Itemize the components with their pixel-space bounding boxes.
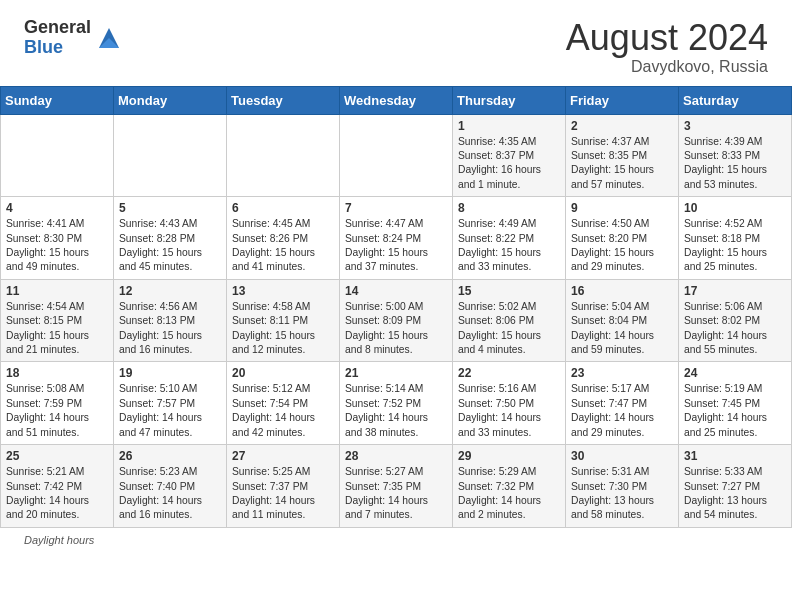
day-number: 26 xyxy=(119,449,221,463)
day-number: 25 xyxy=(6,449,108,463)
calendar-cell: 9Sunrise: 4:50 AM Sunset: 8:20 PM Daylig… xyxy=(566,197,679,280)
day-number: 4 xyxy=(6,201,108,215)
day-number: 27 xyxy=(232,449,334,463)
title-block: August 2024 Davydkovo, Russia xyxy=(566,18,768,76)
day-info: Sunrise: 5:29 AM Sunset: 7:32 PM Dayligh… xyxy=(458,465,560,523)
weekday-header: Wednesday xyxy=(340,86,453,114)
day-info: Sunrise: 4:56 AM Sunset: 8:13 PM Dayligh… xyxy=(119,300,221,358)
day-info: Sunrise: 5:21 AM Sunset: 7:42 PM Dayligh… xyxy=(6,465,108,523)
calendar-cell: 2Sunrise: 4:37 AM Sunset: 8:35 PM Daylig… xyxy=(566,114,679,197)
day-number: 30 xyxy=(571,449,673,463)
day-info: Sunrise: 4:39 AM Sunset: 8:33 PM Dayligh… xyxy=(684,135,786,193)
calendar-week-row: 4Sunrise: 4:41 AM Sunset: 8:30 PM Daylig… xyxy=(1,197,792,280)
day-number: 15 xyxy=(458,284,560,298)
day-info: Sunrise: 4:52 AM Sunset: 8:18 PM Dayligh… xyxy=(684,217,786,275)
weekday-header: Monday xyxy=(114,86,227,114)
calendar-cell: 27Sunrise: 5:25 AM Sunset: 7:37 PM Dayli… xyxy=(227,445,340,528)
weekday-header: Saturday xyxy=(679,86,792,114)
calendar-week-row: 1Sunrise: 4:35 AM Sunset: 8:37 PM Daylig… xyxy=(1,114,792,197)
location-subtitle: Davydkovo, Russia xyxy=(566,58,768,76)
day-info: Sunrise: 5:27 AM Sunset: 7:35 PM Dayligh… xyxy=(345,465,447,523)
day-info: Sunrise: 5:00 AM Sunset: 8:09 PM Dayligh… xyxy=(345,300,447,358)
day-number: 10 xyxy=(684,201,786,215)
weekday-header: Tuesday xyxy=(227,86,340,114)
day-info: Sunrise: 5:33 AM Sunset: 7:27 PM Dayligh… xyxy=(684,465,786,523)
day-info: Sunrise: 4:50 AM Sunset: 8:20 PM Dayligh… xyxy=(571,217,673,275)
calendar-cell: 11Sunrise: 4:54 AM Sunset: 8:15 PM Dayli… xyxy=(1,279,114,362)
day-info: Sunrise: 4:47 AM Sunset: 8:24 PM Dayligh… xyxy=(345,217,447,275)
calendar-cell: 18Sunrise: 5:08 AM Sunset: 7:59 PM Dayli… xyxy=(1,362,114,445)
day-number: 2 xyxy=(571,119,673,133)
calendar-cell: 7Sunrise: 4:47 AM Sunset: 8:24 PM Daylig… xyxy=(340,197,453,280)
day-info: Sunrise: 4:35 AM Sunset: 8:37 PM Dayligh… xyxy=(458,135,560,193)
page-header: General Blue August 2024 Davydkovo, Russ… xyxy=(0,0,792,86)
weekday-header: Sunday xyxy=(1,86,114,114)
calendar-cell: 6Sunrise: 4:45 AM Sunset: 8:26 PM Daylig… xyxy=(227,197,340,280)
calendar-cell: 29Sunrise: 5:29 AM Sunset: 7:32 PM Dayli… xyxy=(453,445,566,528)
month-year-title: August 2024 xyxy=(566,18,768,58)
day-number: 16 xyxy=(571,284,673,298)
logo-icon xyxy=(95,24,123,52)
footer: Daylight hours xyxy=(0,528,792,550)
day-number: 13 xyxy=(232,284,334,298)
day-number: 11 xyxy=(6,284,108,298)
calendar-cell: 4Sunrise: 4:41 AM Sunset: 8:30 PM Daylig… xyxy=(1,197,114,280)
calendar-cell xyxy=(1,114,114,197)
calendar-cell: 14Sunrise: 5:00 AM Sunset: 8:09 PM Dayli… xyxy=(340,279,453,362)
calendar-cell: 23Sunrise: 5:17 AM Sunset: 7:47 PM Dayli… xyxy=(566,362,679,445)
day-number: 8 xyxy=(458,201,560,215)
calendar-cell: 26Sunrise: 5:23 AM Sunset: 7:40 PM Dayli… xyxy=(114,445,227,528)
day-info: Sunrise: 5:14 AM Sunset: 7:52 PM Dayligh… xyxy=(345,382,447,440)
calendar-cell: 1Sunrise: 4:35 AM Sunset: 8:37 PM Daylig… xyxy=(453,114,566,197)
logo-general-text: General xyxy=(24,18,91,38)
day-info: Sunrise: 5:08 AM Sunset: 7:59 PM Dayligh… xyxy=(6,382,108,440)
day-info: Sunrise: 5:19 AM Sunset: 7:45 PM Dayligh… xyxy=(684,382,786,440)
day-number: 28 xyxy=(345,449,447,463)
day-number: 21 xyxy=(345,366,447,380)
calendar-cell: 30Sunrise: 5:31 AM Sunset: 7:30 PM Dayli… xyxy=(566,445,679,528)
day-info: Sunrise: 5:23 AM Sunset: 7:40 PM Dayligh… xyxy=(119,465,221,523)
day-info: Sunrise: 5:25 AM Sunset: 7:37 PM Dayligh… xyxy=(232,465,334,523)
day-info: Sunrise: 5:06 AM Sunset: 8:02 PM Dayligh… xyxy=(684,300,786,358)
day-info: Sunrise: 4:37 AM Sunset: 8:35 PM Dayligh… xyxy=(571,135,673,193)
day-number: 31 xyxy=(684,449,786,463)
day-number: 18 xyxy=(6,366,108,380)
day-number: 9 xyxy=(571,201,673,215)
calendar-cell: 8Sunrise: 4:49 AM Sunset: 8:22 PM Daylig… xyxy=(453,197,566,280)
calendar-cell: 22Sunrise: 5:16 AM Sunset: 7:50 PM Dayli… xyxy=(453,362,566,445)
weekday-header: Thursday xyxy=(453,86,566,114)
day-number: 22 xyxy=(458,366,560,380)
day-info: Sunrise: 5:16 AM Sunset: 7:50 PM Dayligh… xyxy=(458,382,560,440)
calendar-cell: 20Sunrise: 5:12 AM Sunset: 7:54 PM Dayli… xyxy=(227,362,340,445)
day-info: Sunrise: 4:43 AM Sunset: 8:28 PM Dayligh… xyxy=(119,217,221,275)
calendar-cell: 5Sunrise: 4:43 AM Sunset: 8:28 PM Daylig… xyxy=(114,197,227,280)
calendar-cell: 21Sunrise: 5:14 AM Sunset: 7:52 PM Dayli… xyxy=(340,362,453,445)
calendar-cell: 16Sunrise: 5:04 AM Sunset: 8:04 PM Dayli… xyxy=(566,279,679,362)
day-info: Sunrise: 5:31 AM Sunset: 7:30 PM Dayligh… xyxy=(571,465,673,523)
day-number: 1 xyxy=(458,119,560,133)
day-number: 14 xyxy=(345,284,447,298)
day-number: 17 xyxy=(684,284,786,298)
day-info: Sunrise: 4:45 AM Sunset: 8:26 PM Dayligh… xyxy=(232,217,334,275)
day-info: Sunrise: 5:17 AM Sunset: 7:47 PM Dayligh… xyxy=(571,382,673,440)
logo-blue-text: Blue xyxy=(24,38,91,58)
calendar-cell xyxy=(340,114,453,197)
calendar-cell: 3Sunrise: 4:39 AM Sunset: 8:33 PM Daylig… xyxy=(679,114,792,197)
logo: General Blue xyxy=(24,18,123,58)
day-number: 3 xyxy=(684,119,786,133)
calendar-cell: 13Sunrise: 4:58 AM Sunset: 8:11 PM Dayli… xyxy=(227,279,340,362)
day-number: 20 xyxy=(232,366,334,380)
calendar-cell xyxy=(114,114,227,197)
weekday-header: Friday xyxy=(566,86,679,114)
calendar-cell: 31Sunrise: 5:33 AM Sunset: 7:27 PM Dayli… xyxy=(679,445,792,528)
calendar-cell: 10Sunrise: 4:52 AM Sunset: 8:18 PM Dayli… xyxy=(679,197,792,280)
calendar-cell: 17Sunrise: 5:06 AM Sunset: 8:02 PM Dayli… xyxy=(679,279,792,362)
daylight-hours-label: Daylight hours xyxy=(24,534,94,546)
day-number: 7 xyxy=(345,201,447,215)
calendar-body: 1Sunrise: 4:35 AM Sunset: 8:37 PM Daylig… xyxy=(1,114,792,527)
calendar-table: SundayMondayTuesdayWednesdayThursdayFrid… xyxy=(0,86,792,528)
day-number: 6 xyxy=(232,201,334,215)
day-info: Sunrise: 4:54 AM Sunset: 8:15 PM Dayligh… xyxy=(6,300,108,358)
calendar-week-row: 25Sunrise: 5:21 AM Sunset: 7:42 PM Dayli… xyxy=(1,445,792,528)
day-number: 5 xyxy=(119,201,221,215)
